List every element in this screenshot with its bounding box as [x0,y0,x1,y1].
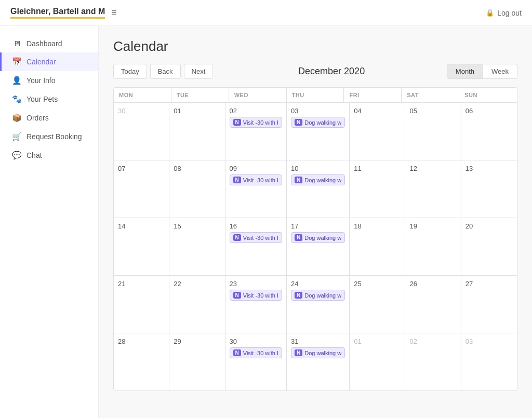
event-badge: N [233,349,241,356]
day-number: 27 [466,280,513,288]
calendar-event[interactable]: NDog walking w [291,290,345,301]
today-button[interactable]: Today [113,64,147,79]
calendar-day-3-2[interactable]: 23NVisit -30 with I [225,276,287,333]
sidebar-item-calendar[interactable]: 📅Calendar [0,52,98,71]
calendar-day-4-2[interactable]: 30NVisit -30 with I [225,333,287,390]
logout-button[interactable]: 🔒 Log out [486,9,522,17]
calendar-week-3: 212223NVisit -30 with I24NDog walking w2… [114,276,517,333]
calendar-event[interactable]: NVisit -30 with I [230,117,283,128]
back-button[interactable]: Back [150,64,181,79]
calendar-event[interactable]: NDog walking w [291,232,345,243]
calendar-day-4-6[interactable]: 03 [461,333,517,390]
calendar-day-2-6[interactable]: 20 [461,218,517,275]
calendar-day-3-4[interactable]: 25 [350,276,405,333]
calendar-event[interactable]: NVisit -30 with I [230,290,283,301]
calendar-day-4-3[interactable]: 31NDog walking w [287,333,350,390]
hamburger-icon[interactable]: ≡ [111,7,117,18]
calendar-event[interactable]: NVisit -30 with I [230,174,283,185]
calendar-header: MONTUEWEDTHUFRISATSUN [114,88,517,103]
logout-label: Log out [497,9,522,17]
event-label: Visit -30 with I [243,350,278,356]
next-button[interactable]: Next [184,64,214,79]
calendar-day-3-5[interactable]: 26 [405,276,461,333]
calendar-day-2-2[interactable]: 16NVisit -30 with I [225,218,287,275]
calendar-day-2-4[interactable]: 18 [350,218,405,275]
calendar-week-2: 141516NVisit -30 with I17NDog walking w1… [114,218,517,276]
calendar-day-3-0[interactable]: 21 [114,276,169,333]
calendar-day-2-3[interactable]: 17NDog walking w [287,218,350,275]
calendar-day-2-1[interactable]: 15 [169,218,225,275]
sidebar-item-your-pets[interactable]: 🐾Your Pets [0,90,98,109]
calendar-day-4-1[interactable]: 29 [169,333,225,390]
calendar-day-0-5[interactable]: 05 [405,103,461,160]
calendar-day-0-0[interactable]: 30 [114,103,169,160]
day-number: 09 [230,165,283,172]
calendar-day-2-0[interactable]: 14 [114,218,169,275]
calendar-day-1-3[interactable]: 10NDog walking w [287,160,350,218]
month-view-button[interactable]: Month [447,64,483,79]
calendar-day-3-6[interactable]: 27 [461,276,517,333]
calendar-grid: MONTUEWEDTHUFRISATSUN 300102NVisit -30 w… [113,87,517,391]
day-number: 23 [230,280,283,288]
topbar: Gleichner, Bartell and M ≡ 🔒 Log out [0,0,532,26]
calendar-day-1-4[interactable]: 11 [350,160,405,218]
orders-icon: 📦 [12,113,21,123]
day-number: 03 [466,338,513,345]
event-label: Dog walking w [304,177,341,183]
day-number: 25 [354,280,401,288]
event-badge: N [295,292,302,299]
sidebar-item-your-info[interactable]: 👤Your Info [0,71,98,90]
calendar-day-0-2[interactable]: 02NVisit -30 with I [225,103,287,160]
event-badge: N [233,234,241,241]
day-header-thu: THU [287,88,344,103]
brand-title: Gleichner, Bartell and M [10,7,105,19]
calendar-day-3-1[interactable]: 22 [169,276,225,333]
day-number: 05 [409,107,456,115]
calendar-day-0-6[interactable]: 06 [461,103,517,160]
calendar-day-1-5[interactable]: 12 [405,160,461,218]
calendar-week-0: 300102NVisit -30 with I03NDog walking w0… [114,103,517,160]
day-number: 01 [354,338,401,345]
calendar-day-3-3[interactable]: 24NDog walking w [287,276,350,333]
calendar-event[interactable]: NDog walking w [291,174,345,185]
sidebar: 🖥Dashboard📅Calendar👤Your Info🐾Your Pets📦… [0,26,99,418]
calendar-event[interactable]: NDog walking w [291,347,345,358]
day-number: 19 [409,222,456,230]
week-view-button[interactable]: Week [483,64,517,79]
calendar-day-2-5[interactable]: 19 [405,218,461,275]
day-number: 30 [230,338,283,345]
calendar-day-1-0[interactable]: 07 [114,160,169,218]
calendar-day-1-1[interactable]: 08 [169,160,225,218]
event-badge: N [295,234,302,241]
calendar-day-0-3[interactable]: 03NDog walking w [287,103,350,160]
day-number: 18 [354,222,401,230]
event-label: Dog walking w [304,292,341,299]
day-number: 11 [354,165,401,172]
sidebar-item-dashboard[interactable]: 🖥Dashboard [0,34,98,52]
day-header-sat: SAT [402,88,459,103]
calendar-day-4-5[interactable]: 02 [405,333,461,390]
calendar-day-1-6[interactable]: 13 [461,160,517,218]
main-content: Calendar Today Back Next December 2020 M… [99,26,532,418]
sidebar-item-chat[interactable]: 💬Chat [0,146,98,165]
calendar-event[interactable]: NDog walking w [291,117,345,128]
calendar-day-0-4[interactable]: 04 [350,103,405,160]
layout: 🖥Dashboard📅Calendar👤Your Info🐾Your Pets📦… [0,26,532,418]
calendar-day-0-1[interactable]: 01 [169,103,225,160]
event-badge: N [295,119,302,126]
calendar-day-1-2[interactable]: 09NVisit -30 with I [225,160,287,218]
topbar-left: Gleichner, Bartell and M ≡ [10,7,117,19]
calendar-day-4-4[interactable]: 01 [350,333,405,390]
calendar-event[interactable]: NVisit -30 with I [230,232,283,243]
sidebar-item-orders[interactable]: 📦Orders [0,109,98,127]
event-label: Visit -30 with I [243,119,278,126]
calendar-day-4-0[interactable]: 28 [114,333,169,390]
day-number: 08 [174,165,220,172]
calendar-event[interactable]: NVisit -30 with I [230,347,283,358]
calendar-icon: 📅 [12,57,21,66]
sidebar-item-label-chat: Chat [26,151,42,159]
day-number: 12 [409,165,456,172]
your-info-icon: 👤 [12,76,21,85]
sidebar-item-request-booking[interactable]: 🛒Request Booking [0,127,98,146]
sidebar-item-label-calendar: Calendar [26,58,56,66]
